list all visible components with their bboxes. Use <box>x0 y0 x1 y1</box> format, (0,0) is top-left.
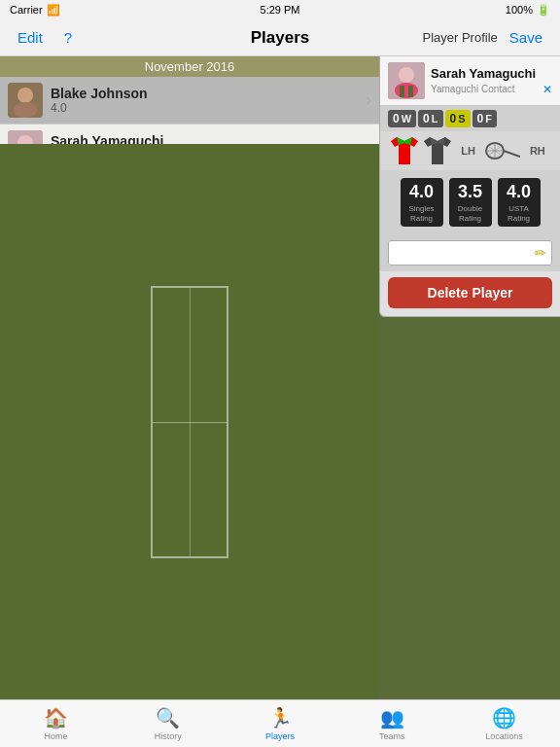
equipment-row: LH RH <box>380 131 560 170</box>
month-header: November 2016 <box>0 56 379 77</box>
contact-clear-button[interactable]: ✕ <box>542 83 552 96</box>
delete-player-button[interactable]: Delete Player <box>388 277 552 308</box>
svg-rect-10 <box>408 86 413 97</box>
of-cell[interactable]: 0 F <box>472 110 497 127</box>
doubles-rating-value: 3.5 <box>455 182 486 202</box>
lh-label[interactable]: LH <box>461 145 475 157</box>
wins-label: W <box>402 113 411 124</box>
tab-locations-label: Locations <box>485 731 523 741</box>
os-label: S <box>458 113 465 124</box>
profile-panel: Sarah Yamaguchi Yamaguchi Contact ✕ 0 W … <box>379 56 560 317</box>
status-left: Carrier 📶 <box>10 4 60 17</box>
svg-point-2 <box>14 102 37 118</box>
singles-rating-label: SinglesRating <box>406 204 438 223</box>
edit-button[interactable]: Edit <box>12 25 49 50</box>
shirt-red-icon <box>391 137 418 164</box>
os-cell[interactable]: 0 S <box>445 110 471 127</box>
help-button[interactable]: ? <box>58 25 78 50</box>
status-bar: Carrier 📶 5:29 PM 100% 🔋 <box>0 0 560 19</box>
pencil-icon: ✏ <box>535 245 546 261</box>
of-count: 0 <box>477 112 484 125</box>
tab-bar: 🏠 Home 🔍 History 🏃 Players 👥 Teams 🌐 Loc… <box>0 699 560 747</box>
rh-label[interactable]: RH <box>530 145 545 157</box>
usta-rating-box: 4.0 USTARating <box>498 178 541 227</box>
player-item[interactable]: Blake Johnson 4.0 › <box>0 77 379 124</box>
wifi-icon: 📶 <box>47 4 60 17</box>
tab-teams[interactable]: 👥 Teams <box>336 700 448 747</box>
svg-point-8 <box>395 83 418 98</box>
locations-icon: 🌐 <box>492 706 516 729</box>
tennis-court <box>0 144 379 699</box>
players-panel: November 2016 Blake Johnson 4.0 › Sarah … <box>0 56 379 699</box>
player-info-0: Blake Johnson 4.0 <box>51 86 367 115</box>
contact-label: Yamaguchi Contact <box>431 84 542 94</box>
singles-rating-box: 4.0 SinglesRating <box>401 178 443 227</box>
svg-point-1 <box>18 88 33 103</box>
home-icon: 🏠 <box>44 706 68 729</box>
court-lines <box>151 286 228 558</box>
contact-row: Yamaguchi Contact ✕ <box>431 83 552 96</box>
players-icon: 🏃 <box>268 706 293 729</box>
tab-players[interactable]: 🏃 Players <box>224 700 335 747</box>
svg-point-7 <box>399 67 414 83</box>
tab-history-label: History <box>155 731 182 741</box>
ratings-row: 4.0 SinglesRating 3.5 DoubleRating 4.0 U… <box>380 170 560 234</box>
tab-home-label: Home <box>45 731 68 741</box>
player-name-0: Blake Johnson <box>51 86 367 101</box>
status-right: 100% 🔋 <box>506 4 550 17</box>
doubles-rating-box: 3.5 DoubleRating <box>449 178 492 227</box>
notes-wrapper: ✏ <box>388 240 552 266</box>
profile-photo <box>388 62 425 99</box>
losses-label: L <box>432 113 438 124</box>
svg-line-20 <box>504 151 520 157</box>
nav-bar: Edit ? Players Player Profile Save <box>0 19 560 56</box>
usta-rating-value: 4.0 <box>504 182 535 202</box>
wl-row: 0 W 0 L 0 S 0 F <box>380 106 560 131</box>
player-avatar-0 <box>8 83 43 118</box>
tab-players-label: Players <box>265 731 295 741</box>
chevron-right-icon: › <box>367 91 371 109</box>
losses-cell[interactable]: 0 L <box>418 110 442 127</box>
player-rating-0: 4.0 <box>51 101 367 115</box>
wins-cell[interactable]: 0 W <box>388 110 416 127</box>
status-time: 5:29 PM <box>261 4 300 16</box>
os-count: 0 <box>450 112 457 125</box>
singles-rating-value: 4.0 <box>406 182 438 202</box>
svg-rect-9 <box>400 86 404 97</box>
notes-input[interactable] <box>388 240 552 266</box>
teams-icon: 👥 <box>380 706 404 729</box>
shirt-dark-icon <box>424 137 451 164</box>
main-area: November 2016 Blake Johnson 4.0 › Sarah … <box>0 56 560 699</box>
profile-name: Sarah Yamaguchi <box>431 66 552 81</box>
wins-count: 0 <box>393 112 400 125</box>
carrier-label: Carrier <box>10 4 43 16</box>
tab-teams-label: Teams <box>379 731 405 741</box>
save-button[interactable]: Save <box>504 25 548 50</box>
profile-header: Sarah Yamaguchi Yamaguchi Contact ✕ <box>380 56 560 106</box>
notes-row: ✏ <box>380 234 560 271</box>
tab-history[interactable]: 🔍 History <box>112 700 224 747</box>
usta-rating-label: USTARating <box>504 204 535 223</box>
player-profile-tab-label[interactable]: Player Profile <box>422 30 497 45</box>
history-icon: 🔍 <box>156 706 180 729</box>
of-label: F <box>485 113 492 124</box>
battery-label: 100% <box>506 4 533 16</box>
battery-icon: 🔋 <box>537 4 550 17</box>
losses-count: 0 <box>423 112 430 125</box>
racket-icon <box>485 141 520 160</box>
page-title: Players <box>251 28 310 48</box>
doubles-rating-label: DoubleRating <box>455 204 486 223</box>
tab-home[interactable]: 🏠 Home <box>0 700 112 747</box>
tab-locations[interactable]: 🌐 Locations <box>448 700 560 747</box>
